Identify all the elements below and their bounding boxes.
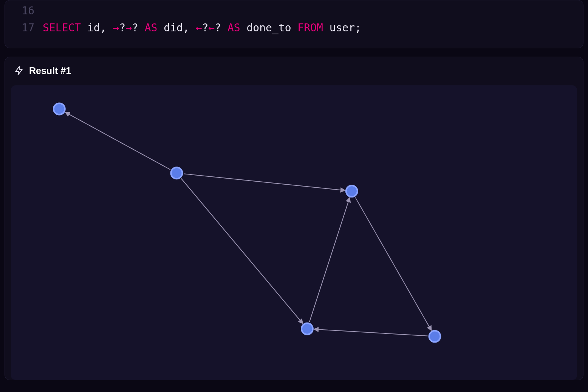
token-op: → (125, 22, 132, 34)
token-qm: ? (202, 22, 208, 34)
token-punct: , (100, 22, 113, 34)
graph-edge[interactable] (355, 197, 431, 330)
line-number: 16 (5, 3, 43, 20)
code-line[interactable]: 16 (5, 3, 583, 20)
token-kw: FROM (297, 22, 323, 34)
token-kw: SELECT (43, 22, 81, 34)
graph-node[interactable] (171, 167, 182, 179)
graph-node[interactable] (54, 103, 65, 114)
token-op: → (113, 22, 119, 34)
graph-edge[interactable] (184, 174, 345, 190)
code-editor-panel[interactable]: 1617SELECT id, →?→? AS did, ←?←? AS done… (5, 0, 583, 48)
token-ident: did (157, 22, 183, 34)
graph-edge[interactable] (181, 178, 303, 323)
code-line[interactable]: 17SELECT id, →?→? AS did, ←?←? AS done_t… (5, 20, 583, 37)
token-qm: ? (215, 22, 227, 34)
result-title: Result #1 (29, 65, 71, 76)
app-root: 1617SELECT id, →?→? AS did, ←?←? AS done… (0, 0, 588, 392)
lightning-icon (14, 66, 24, 76)
token-op: ← (196, 22, 202, 34)
result-panel: Result #1 (5, 57, 583, 380)
token-op: ← (208, 22, 215, 34)
code-source[interactable]: SELECT id, →?→? AS did, ←?←? AS done_to … (43, 20, 361, 37)
graph-edge[interactable] (65, 112, 170, 170)
token-qm: ? (119, 22, 125, 34)
token-ident: id (81, 22, 100, 34)
graph-node[interactable] (346, 185, 357, 197)
token-punct: , (183, 22, 196, 34)
token-ident: user (323, 22, 355, 34)
token-ident: done_to (240, 22, 298, 34)
token-qm: ? (132, 22, 145, 34)
graph-node[interactable] (429, 330, 441, 342)
graph-visualization[interactable] (11, 85, 577, 380)
token-punct: ; (355, 22, 361, 34)
graph-edge[interactable] (314, 329, 428, 336)
token-kw: AS (145, 22, 158, 34)
token-kw: AS (227, 22, 240, 34)
graph-canvas[interactable] (11, 85, 577, 380)
graph-edge[interactable] (309, 198, 350, 322)
line-number: 17 (5, 20, 43, 37)
result-header: Result #1 (5, 65, 583, 85)
graph-node[interactable] (302, 323, 313, 334)
